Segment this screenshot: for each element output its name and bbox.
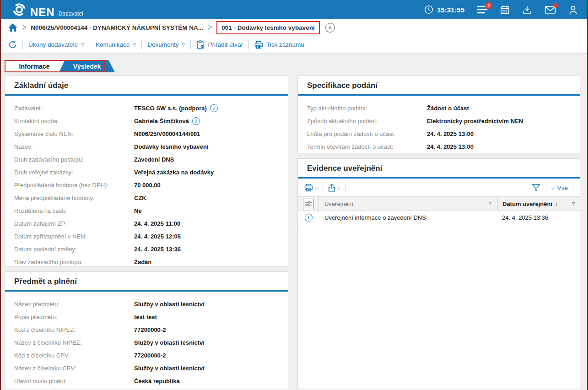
column-settings-cell bbox=[298, 197, 319, 211]
chevron-separator-icon: > bbox=[22, 22, 26, 32]
chevron-down-icon: ▽ bbox=[182, 42, 185, 47]
field-value: 77200000-2 bbox=[134, 352, 166, 359]
toolbar-separator bbox=[141, 40, 142, 49]
field-label: Systémové číslo NEN: bbox=[14, 130, 134, 137]
komunikace-menu[interactable]: Komunikace▽ bbox=[96, 41, 136, 48]
field-label: Název předmětu: bbox=[14, 301, 134, 308]
column-filter-icon[interactable]: ▽ bbox=[572, 201, 575, 206]
column-header-datum[interactable]: Datum uveřejnění ↓ ▽ bbox=[497, 197, 580, 211]
breadcrumb-current-highlight: 001 - Dodávky lesního vybavení bbox=[216, 21, 319, 34]
brand-subtitle: Dodavatel bbox=[59, 11, 83, 17]
column-header-uverejneni[interactable]: Uveřejnění ▽ bbox=[319, 200, 497, 207]
panel-predmet-a-plneni: Předmět a plnění Název předmětu:Služby v… bbox=[5, 271, 288, 389]
field-label: Název z číselníku NIPEZ: bbox=[14, 339, 134, 346]
content-area: InformaceVýsledek Základní údaje Zadavat… bbox=[1, 54, 587, 389]
toolbar-separator bbox=[90, 40, 90, 49]
field-label: Kód z číselníku CPV: bbox=[14, 352, 134, 359]
field-label: Kód z číselníku NIPEZ: bbox=[14, 326, 134, 333]
field-value: Zavedení DNS bbox=[134, 156, 174, 163]
field-row: Způsob aktuálního podání:Elektronicky pr… bbox=[307, 114, 571, 127]
chevron-down-icon: ▽ bbox=[337, 185, 340, 190]
field-list: Zadavatel:TESCO SW a.s. (podpora)iKontak… bbox=[5, 96, 288, 266]
close-tab-icon[interactable]: ✕ bbox=[325, 23, 335, 32]
clock-icon bbox=[424, 5, 433, 14]
field-value: Dodávky lesního vybavení bbox=[134, 143, 209, 150]
field-row: Název předmětu:Služby v oblasti lesnictv… bbox=[14, 298, 279, 310]
top-header-bar: NEN Dodavatel 15:31:55 2 bbox=[1, 0, 587, 19]
toolbar-separator bbox=[345, 183, 345, 192]
mail-icon[interactable] bbox=[545, 5, 556, 14]
field-label: Lhůta pro podání žádostí o účast: bbox=[307, 130, 427, 137]
breadcrumb-item-current[interactable]: 001 - Dodávky lesního vybavení bbox=[221, 24, 314, 31]
field-value: 70 000,00 bbox=[134, 182, 161, 189]
field-label: Druh veřejné zakázky: bbox=[14, 169, 134, 176]
panel-evidence-uverejneni: Evidence uveřejnění ▽ bbox=[297, 158, 580, 389]
dokumenty-menu[interactable]: Dokumenty▽ bbox=[147, 41, 185, 48]
field-row: Název z číselníku CPV:Služby v oblasti l… bbox=[14, 362, 279, 374]
field-row: Druh zadávacího postupu:Zavedení DNS bbox=[14, 153, 279, 166]
field-value: CZK bbox=[134, 195, 146, 201]
field-row: Název:Dodávky lesního vybavení bbox=[14, 140, 279, 153]
field-label: Datum zahájení ZP: bbox=[14, 220, 134, 227]
filter-funnel-icon[interactable] bbox=[531, 184, 541, 192]
evidence-toolbar: ▽ ▽ bbox=[298, 179, 580, 196]
column-settings-icon[interactable] bbox=[303, 199, 314, 209]
ukony-dodavatele-menu[interactable]: Úkony dodavatele▽ bbox=[28, 41, 84, 48]
table-row[interactable]: i Uveřejnění informace o zavedení DNS 24… bbox=[298, 211, 580, 224]
field-label: Měna předpokládané hodnoty: bbox=[14, 195, 134, 201]
tab-strip: InformaceVýsledek bbox=[5, 60, 115, 72]
info-icon[interactable]: i bbox=[192, 117, 200, 125]
info-icon[interactable]: i bbox=[305, 214, 313, 222]
column-filter-icon[interactable]: ▽ bbox=[489, 201, 492, 206]
section-title: Základní údaje bbox=[5, 76, 288, 94]
refresh-button[interactable] bbox=[8, 40, 17, 49]
tab-vysledek[interactable]: Výsledek bbox=[59, 60, 115, 72]
field-label: Termín otevírání žádostí o účast: bbox=[307, 143, 427, 150]
chevron-down-icon: ▽ bbox=[133, 42, 136, 47]
toolbar-separator bbox=[248, 40, 249, 49]
menu-badge: 2 bbox=[485, 2, 492, 9]
field-row: Datum zpřístupnění v NEN:24. 4. 2025 12:… bbox=[14, 230, 279, 243]
print-table-button[interactable]: ▽ bbox=[304, 184, 318, 192]
priradit-utvar-button[interactable]: Přiřadit útvar bbox=[196, 40, 243, 49]
field-label: Datum poslední změny: bbox=[14, 246, 134, 253]
section-title: Evidence uveřejnění bbox=[298, 159, 580, 177]
printer-icon bbox=[254, 41, 263, 49]
tisk-zaznamu-button[interactable]: Tisk záznamu bbox=[254, 41, 304, 49]
field-label: Předpokládaná hodnota (bez DPH): bbox=[14, 182, 134, 189]
field-row: Stav zadávacího postupu:Zadán bbox=[14, 255, 279, 266]
field-row: Kontaktní osoba:Gabriela Šimčíkovái bbox=[14, 114, 279, 127]
sort-desc-icon: ↓ bbox=[555, 200, 558, 207]
breadcrumb: > N006/25/V00004144 - DYNAMICKÝ NÁKUPNÍ … bbox=[1, 19, 587, 36]
field-label: Datum zpřístupnění v NEN: bbox=[14, 233, 134, 240]
field-row: Zadavatel:TESCO SW a.s. (podpora)i bbox=[14, 102, 279, 114]
menu-icon[interactable]: 2 bbox=[477, 5, 488, 14]
filter-all-dropdown[interactable]: ▽ Vše bbox=[551, 184, 568, 191]
toolbar-separator bbox=[573, 183, 573, 192]
field-label: Způsob aktuálního podání: bbox=[307, 118, 427, 125]
nen-swirl-icon bbox=[12, 2, 27, 17]
user-icon[interactable] bbox=[568, 5, 578, 15]
field-value: 77200000-2 bbox=[134, 326, 166, 333]
field-value: Veřejná zakázka na dodávky bbox=[134, 169, 214, 176]
field-label: Popis předmětu: bbox=[14, 314, 134, 320]
row-date: 24. 4. 2025 13:36 bbox=[497, 211, 580, 224]
downloads-icon[interactable] bbox=[522, 5, 532, 15]
export-table-button[interactable]: ▽ bbox=[328, 184, 340, 192]
toolbar-separator bbox=[323, 183, 323, 192]
mail-notification-dot bbox=[554, 3, 558, 8]
calendar-icon[interactable] bbox=[500, 5, 510, 15]
info-icon[interactable]: i bbox=[210, 104, 218, 112]
nen-logo[interactable]: NEN Dodavatel bbox=[12, 2, 83, 17]
tab-informace[interactable]: Informace bbox=[5, 60, 64, 72]
section-title: Specifikace podání bbox=[298, 76, 580, 94]
field-row: Hlavní místo plnění:Česká republika bbox=[14, 374, 279, 387]
chevron-down-icon: ▽ bbox=[314, 185, 318, 190]
field-row: Typ aktuálního podání:Žádost o účast bbox=[307, 102, 571, 114]
field-row: Systémové číslo NEN:N006/25/V00004144/00… bbox=[14, 127, 279, 140]
breadcrumb-item-dns[interactable]: N006/25/V00004144 - DYNAMICKÝ NÁKUPNÍ SY… bbox=[31, 24, 203, 31]
field-value: N006/25/V00004144/001 bbox=[134, 130, 200, 137]
field-value: 24. 4. 2025 11:00 bbox=[134, 220, 180, 227]
field-row: Název z číselníku NIPEZ:Služby v oblasti… bbox=[14, 336, 279, 349]
home-icon[interactable] bbox=[8, 23, 17, 32]
